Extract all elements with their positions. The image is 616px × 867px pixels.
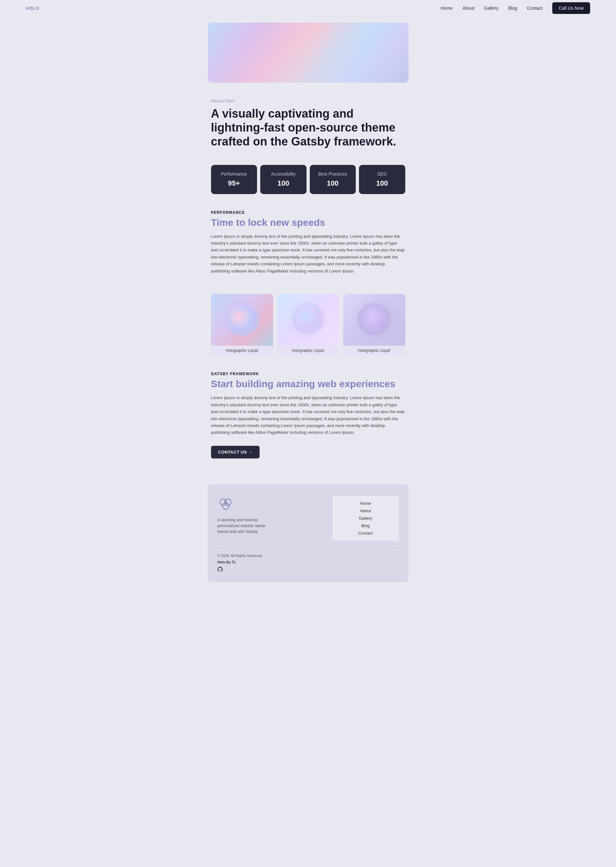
gatsby-heading: Start building amazing web experiences	[211, 378, 405, 390]
nav-gallery[interactable]: Gallery	[484, 6, 498, 11]
nav-cta-button[interactable]: Call Us Now	[552, 2, 590, 14]
gallery-image-2	[277, 294, 339, 346]
contact-us-button[interactable]: CONTACT US →	[211, 446, 260, 459]
footer-left: A stunning and minimal personalized webs…	[217, 496, 276, 541]
svg-point-6	[357, 303, 391, 335]
nav-contact[interactable]: Contact	[527, 6, 542, 11]
stat-value-seo: 100	[364, 179, 401, 188]
hero-banner	[208, 23, 409, 83]
footer-copyright: © 2025. All Rights Reserved.	[217, 553, 399, 559]
stat-cards: Performance 95+ Accessibility 100 Best P…	[211, 165, 405, 194]
github-icon[interactable]	[217, 567, 223, 572]
footer: A stunning and minimal personalized webs…	[208, 484, 409, 582]
svg-point-8	[370, 315, 385, 329]
svg-point-1	[230, 308, 249, 326]
gallery-item-2[interactable]: Holographic Liquid	[277, 294, 339, 355]
nav-about[interactable]: About	[462, 6, 475, 11]
gallery-item-3[interactable]: Holographic Liquid	[343, 294, 405, 355]
stat-card-seo: SEO 100	[359, 165, 405, 194]
footer-credit-text: Holo By TL	[217, 560, 236, 564]
svg-point-9	[370, 313, 382, 323]
performance-eyebrow: PERFORMANCE	[211, 210, 405, 215]
intro-eyebrow: What is Holo?	[211, 99, 405, 103]
gallery-caption-3: Holographic Liquid	[343, 346, 405, 355]
performance-section: PERFORMANCE Time to lock new speeds Lore…	[211, 204, 405, 288]
stat-value-performance: 95+	[216, 179, 253, 188]
stat-value-accessibility: 100	[265, 179, 302, 188]
nav-links: Home About Gallery Blog Contact Call Us …	[440, 5, 590, 11]
svg-point-0	[224, 302, 260, 336]
holographic-blob-2	[277, 294, 339, 346]
logo[interactable]: HOLO	[26, 6, 39, 11]
nav-blog[interactable]: Blog	[508, 6, 517, 11]
footer-logo-area: A stunning and minimal personalized webs…	[217, 496, 399, 541]
stat-card-best-practices: Best Practices 100	[310, 165, 356, 194]
footer-divider	[217, 547, 399, 548]
footer-nav-about[interactable]: About	[360, 508, 371, 513]
gallery-grid: Holographic Liquid	[211, 294, 405, 355]
holographic-blob-3	[343, 294, 405, 346]
gatsby-section: GATSBY FRAMEWORK Start building amazing …	[211, 365, 405, 478]
gallery-caption-1: Holographic Liquid	[211, 346, 273, 355]
svg-point-7	[362, 308, 382, 325]
footer-nav-contact[interactable]: Contact	[358, 531, 373, 536]
footer-nav-gallery[interactable]: Gallery	[359, 516, 372, 521]
svg-point-4	[297, 307, 315, 324]
svg-point-2	[237, 315, 253, 329]
stat-label-performance: Performance	[216, 172, 253, 177]
gallery-image-3	[343, 294, 405, 346]
svg-point-3	[292, 302, 324, 335]
nav-home[interactable]: Home	[440, 6, 453, 11]
svg-point-5	[303, 315, 318, 328]
gallery-item-1[interactable]: Holographic Liquid	[211, 294, 273, 355]
gatsby-eyebrow: GATSBY FRAMEWORK	[211, 372, 405, 376]
gallery-image-1	[211, 294, 273, 346]
stat-label-seo: SEO	[364, 172, 401, 177]
footer-nav: Home About Gallery Blog Contact	[332, 496, 399, 541]
svg-point-12	[222, 503, 229, 509]
performance-heading: Time to lock new speeds	[211, 217, 405, 229]
navigation: HOLO Home About Gallery Blog Contact Cal…	[0, 0, 616, 16]
footer-description: A stunning and minimal personalized webs…	[217, 517, 276, 534]
stat-label-accessibility: Accessibility	[265, 172, 302, 177]
stat-value-best-practices: 100	[314, 179, 351, 188]
intro-section: What is Holo? A visually captivating and…	[211, 89, 405, 158]
stat-label-best-practices: Best Practices	[314, 172, 351, 177]
gatsby-body: Lorem Ipsum is simply dummy text of the …	[211, 394, 405, 436]
main-content: What is Holo? A visually captivating and…	[208, 89, 409, 478]
stat-card-performance: Performance 95+	[211, 165, 257, 194]
intro-heading: A visually captivating and lightning-fas…	[211, 107, 405, 149]
footer-nav-blog[interactable]: Blog	[361, 523, 370, 528]
footer-nav-home[interactable]: Home	[360, 501, 371, 506]
holographic-blob-1	[211, 294, 273, 346]
performance-body: Lorem Ipsum is simply dummy text of the …	[211, 233, 405, 275]
footer-logo-icon	[217, 496, 234, 512]
gallery-caption-2: Holographic Liquid	[277, 346, 339, 355]
footer-credit: Holo By TL	[217, 559, 399, 566]
stat-card-accessibility: Accessibility 100	[260, 165, 306, 194]
svg-point-13	[225, 501, 226, 503]
footer-bottom: © 2025. All Rights Reserved. Holo By TL	[217, 553, 399, 574]
